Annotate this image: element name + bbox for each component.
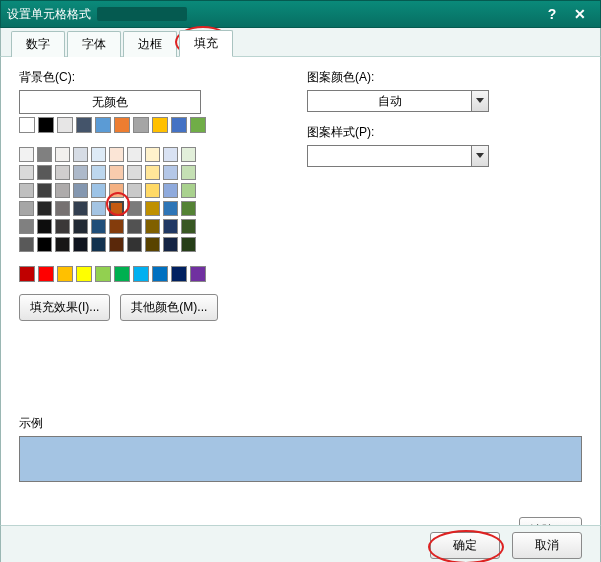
color-swatch[interactable] xyxy=(114,266,130,282)
color-swatch[interactable] xyxy=(171,117,187,133)
color-swatch[interactable] xyxy=(145,219,160,234)
ok-button[interactable]: 确定 xyxy=(430,532,500,559)
color-swatch[interactable] xyxy=(55,237,70,252)
color-swatch[interactable] xyxy=(37,165,52,180)
color-swatch[interactable] xyxy=(55,165,70,180)
color-swatch[interactable] xyxy=(181,147,196,162)
color-swatch[interactable] xyxy=(133,117,149,133)
color-swatch[interactable] xyxy=(76,266,92,282)
no-color-button[interactable]: 无颜色 xyxy=(19,90,201,114)
color-swatch[interactable] xyxy=(19,147,34,162)
color-swatch[interactable] xyxy=(57,117,73,133)
chevron-down-icon[interactable] xyxy=(471,91,488,111)
color-swatch[interactable] xyxy=(114,117,130,133)
color-swatch[interactable] xyxy=(133,266,149,282)
color-swatch[interactable] xyxy=(73,183,88,198)
color-swatch[interactable] xyxy=(19,165,34,180)
help-button[interactable]: ? xyxy=(538,5,566,23)
color-swatch[interactable] xyxy=(127,219,142,234)
color-swatch[interactable] xyxy=(181,165,196,180)
color-swatch[interactable] xyxy=(57,266,73,282)
color-swatch[interactable] xyxy=(55,147,70,162)
color-swatch[interactable] xyxy=(109,183,124,198)
color-swatch[interactable] xyxy=(76,117,92,133)
tab-fill[interactable]: 填充 xyxy=(179,30,233,57)
color-swatch[interactable] xyxy=(73,219,88,234)
color-swatch[interactable] xyxy=(181,237,196,252)
chevron-down-icon[interactable] xyxy=(471,146,488,166)
color-swatch[interactable] xyxy=(91,147,106,162)
color-swatch[interactable] xyxy=(91,165,106,180)
color-swatch[interactable] xyxy=(127,147,142,162)
color-swatch[interactable] xyxy=(37,183,52,198)
color-swatch[interactable] xyxy=(127,183,142,198)
color-swatch[interactable] xyxy=(163,219,178,234)
color-swatch[interactable] xyxy=(190,117,206,133)
fill-effects-button[interactable]: 填充效果(I)... xyxy=(19,294,110,321)
color-swatch[interactable] xyxy=(181,201,196,216)
tab-font[interactable]: 字体 xyxy=(67,31,121,57)
color-swatch[interactable] xyxy=(190,266,206,282)
color-swatch[interactable] xyxy=(109,201,124,216)
pattern-color-value: 自动 xyxy=(308,91,471,111)
color-swatch[interactable] xyxy=(91,201,106,216)
pattern-color-combo[interactable]: 自动 xyxy=(307,90,489,112)
color-swatch[interactable] xyxy=(38,266,54,282)
tab-number[interactable]: 数字 xyxy=(11,31,65,57)
color-swatch[interactable] xyxy=(37,237,52,252)
color-swatch[interactable] xyxy=(19,266,35,282)
color-swatch[interactable] xyxy=(171,266,187,282)
tab-strip: 数字 字体 边框 填充 xyxy=(0,28,601,57)
color-swatch[interactable] xyxy=(73,237,88,252)
color-swatch[interactable] xyxy=(181,219,196,234)
color-swatch[interactable] xyxy=(95,117,111,133)
color-swatch[interactable] xyxy=(145,183,160,198)
color-swatch[interactable] xyxy=(37,147,52,162)
more-colors-button[interactable]: 其他颜色(M)... xyxy=(120,294,218,321)
color-swatch[interactable] xyxy=(19,237,34,252)
color-swatch[interactable] xyxy=(127,165,142,180)
color-swatch[interactable] xyxy=(95,266,111,282)
color-swatch[interactable] xyxy=(55,183,70,198)
window-title: 设置单元格格式 xyxy=(7,6,91,23)
color-swatch[interactable] xyxy=(163,183,178,198)
close-button[interactable]: ✕ xyxy=(566,5,594,23)
color-swatch[interactable] xyxy=(145,165,160,180)
color-swatch[interactable] xyxy=(19,219,34,234)
color-swatch[interactable] xyxy=(109,165,124,180)
color-swatch[interactable] xyxy=(73,147,88,162)
color-swatch[interactable] xyxy=(163,201,178,216)
color-swatch[interactable] xyxy=(37,219,52,234)
tab-border[interactable]: 边框 xyxy=(123,31,177,57)
color-swatch[interactable] xyxy=(152,266,168,282)
example-label: 示例 xyxy=(19,415,582,432)
color-swatch[interactable] xyxy=(109,219,124,234)
color-swatch[interactable] xyxy=(109,147,124,162)
color-swatch[interactable] xyxy=(73,201,88,216)
cancel-button[interactable]: 取消 xyxy=(512,532,582,559)
color-swatch[interactable] xyxy=(38,117,54,133)
color-swatch[interactable] xyxy=(19,117,35,133)
color-swatch[interactable] xyxy=(91,237,106,252)
color-swatch[interactable] xyxy=(163,147,178,162)
color-swatch[interactable] xyxy=(145,147,160,162)
color-swatch[interactable] xyxy=(91,219,106,234)
color-swatch[interactable] xyxy=(152,117,168,133)
pattern-style-combo[interactable] xyxy=(307,145,489,167)
pattern-color-label: 图案颜色(A): xyxy=(307,69,582,86)
color-swatch[interactable] xyxy=(145,201,160,216)
color-swatch[interactable] xyxy=(127,237,142,252)
color-swatch[interactable] xyxy=(181,183,196,198)
color-swatch[interactable] xyxy=(127,201,142,216)
color-swatch[interactable] xyxy=(19,183,34,198)
color-swatch[interactable] xyxy=(37,201,52,216)
color-swatch[interactable] xyxy=(163,165,178,180)
color-swatch[interactable] xyxy=(19,201,34,216)
color-swatch[interactable] xyxy=(55,219,70,234)
color-swatch[interactable] xyxy=(109,237,124,252)
color-swatch[interactable] xyxy=(163,237,178,252)
color-swatch[interactable] xyxy=(55,201,70,216)
color-swatch[interactable] xyxy=(145,237,160,252)
color-swatch[interactable] xyxy=(73,165,88,180)
color-swatch[interactable] xyxy=(91,183,106,198)
